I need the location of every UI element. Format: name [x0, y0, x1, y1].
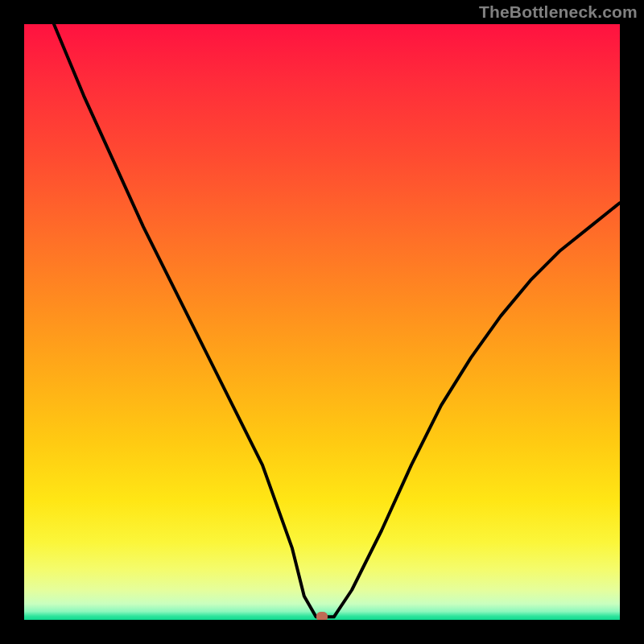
minimum-marker [316, 612, 328, 620]
chart-frame: TheBottleneck.com [0, 0, 644, 644]
watermark-text: TheBottleneck.com [479, 2, 638, 22]
plot-area [24, 24, 620, 620]
bottleneck-curve [24, 24, 620, 620]
